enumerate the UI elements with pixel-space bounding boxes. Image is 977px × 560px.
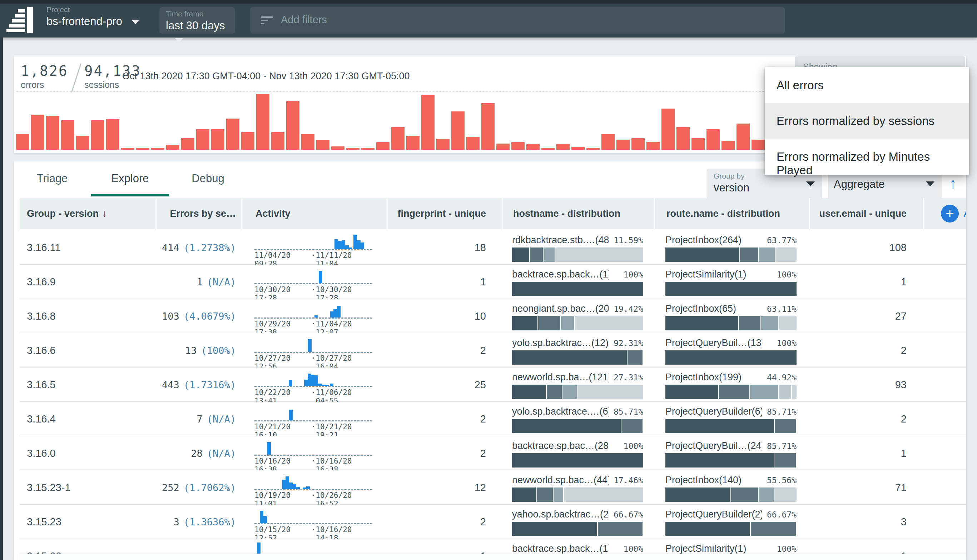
histogram-bar[interactable] [271, 132, 284, 150]
menu-item-all-errors[interactable]: All errors [765, 67, 969, 103]
histogram-bar[interactable] [316, 140, 329, 150]
distribution-label: ProjectInbox(140) [665, 475, 742, 486]
histogram-bar[interactable] [76, 136, 89, 150]
column-header-add[interactable]: + Ad [923, 198, 966, 229]
column-header-errors[interactable]: Errors by se… [155, 198, 241, 229]
column-header-hostname[interactable]: hostname - distribution [502, 198, 654, 229]
histogram-bar[interactable] [436, 139, 449, 150]
distribution-bar [512, 248, 643, 262]
backtrace-logo-icon[interactable] [12, 7, 33, 33]
histogram-bar[interactable] [301, 134, 314, 150]
histogram-bar[interactable] [737, 123, 750, 150]
histogram-bar[interactable] [46, 116, 59, 150]
histogram-bar[interactable] [346, 148, 359, 150]
table-row[interactable]: 3.16.47(N/A)10/21/20 16:10·10/21/20 19:2… [20, 402, 966, 436]
histogram-bar[interactable] [541, 148, 554, 150]
table-row[interactable]: 3.15.233(1.3636%)10/15/20 12:52·10/16/20… [20, 505, 966, 539]
activity-cell: 10/29/20 17:38·11/04/20 12:07 [241, 299, 387, 333]
horizontal-scrollbar[interactable] [20, 553, 966, 560]
histogram-bar[interactable] [166, 145, 179, 150]
column-header-activity[interactable]: Activity [241, 198, 387, 229]
histogram-bar[interactable] [631, 138, 645, 150]
menu-item-errors-normalized-sessions[interactable]: Errors normalized by sessions [765, 103, 969, 138]
histogram-bar[interactable] [706, 129, 720, 150]
histogram-bar[interactable] [121, 148, 134, 150]
table-row[interactable]: 3.16.11414(1.2738%)11/04/20 09:28·11/11/… [20, 230, 966, 265]
histogram-bar[interactable] [226, 118, 239, 150]
histogram-bar[interactable] [106, 119, 119, 150]
histogram-bar[interactable] [571, 147, 585, 150]
table-row[interactable]: 3.16.028(N/A)10/16/20 16:38·10/16/20 16:… [20, 436, 966, 470]
column-header-group-version[interactable]: Group - version↓ [20, 198, 155, 229]
distribution-bar [665, 282, 797, 296]
add-filters-input[interactable]: Add filters [250, 7, 785, 33]
histogram-bar[interactable] [601, 134, 615, 150]
add-column-plus-icon[interactable]: + [941, 205, 959, 222]
histogram-bar[interactable] [616, 140, 630, 150]
histogram-bar[interactable] [31, 115, 44, 150]
table-row[interactable]: 3.16.613(100%)10/27/20 12:56·10/27/20 16… [20, 333, 966, 368]
histogram-bar[interactable] [752, 140, 765, 150]
distribution-label: ProjectInbox(199) [665, 372, 742, 383]
table-row[interactable]: 3.16.5443(1.7316%)10/22/20 13:41·11/06/2… [20, 368, 966, 402]
user-email-value: 1 [809, 265, 923, 299]
distribution-label: ProjectSimilarity(1) [665, 269, 747, 280]
menu-item-errors-normalized-minutes[interactable]: Errors normalized by Minutes Played [765, 138, 969, 174]
route-distribution-cell: ProjectInbox(264)63.77% [654, 230, 809, 265]
distribution-label: yolo.sp.backtrac…(12) [512, 338, 609, 348]
histogram-bar[interactable] [181, 138, 194, 150]
errors-percent: (N/A) [207, 413, 236, 425]
distribution: ProjectQueryBuil…(13)100% [665, 333, 797, 368]
sort-direction-icon[interactable]: ↑ [949, 175, 957, 192]
histogram-bar[interactable] [421, 95, 434, 150]
histogram-bar[interactable] [511, 142, 524, 150]
histogram-bar[interactable] [16, 134, 29, 150]
histogram-bar[interactable] [211, 129, 224, 150]
histogram-bar[interactable] [196, 129, 209, 150]
histogram-bar[interactable] [61, 120, 74, 150]
histogram-bar[interactable] [586, 148, 600, 150]
tab-debug[interactable]: Debug [169, 172, 247, 185]
histogram-bar[interactable] [676, 127, 690, 150]
distribution: newworld.sp.bac…(44)17.46% [512, 470, 643, 505]
histogram-bar[interactable] [481, 103, 494, 150]
histogram-bar[interactable] [721, 141, 735, 150]
distribution-head: ProjectQueryBuil…(13)100% [665, 338, 797, 348]
distribution-segment [761, 316, 779, 330]
histogram-bar[interactable] [241, 132, 254, 150]
histogram-bar[interactable] [391, 127, 404, 150]
table-row[interactable]: 3.16.8103(4.0679%)10/29/20 17:38·11/04/2… [20, 299, 966, 333]
distribution-segment [665, 488, 731, 502]
histogram-bar[interactable] [256, 94, 269, 150]
histogram-bar[interactable] [691, 138, 705, 150]
sparkline-bar [337, 306, 341, 318]
tab-triage[interactable]: Triage [13, 172, 91, 185]
histogram-bar[interactable] [91, 120, 104, 150]
histogram-bar[interactable] [136, 148, 149, 150]
histogram-bar[interactable] [661, 108, 675, 150]
table-row[interactable]: 3.16.91(N/A)10/30/20 17:28·10/30/20 17:2… [20, 265, 966, 299]
histogram-bar[interactable] [376, 142, 389, 150]
histogram-bar[interactable] [151, 148, 164, 150]
timeframe-selector[interactable]: Time frame last 30 days [159, 7, 235, 33]
histogram-bar[interactable] [526, 144, 539, 150]
histogram-bar[interactable] [286, 101, 299, 150]
group-by-label: Group by [714, 172, 744, 181]
histogram-bar[interactable] [496, 143, 509, 150]
user-email-cell: 71 [809, 470, 923, 505]
timeframe-label: Time frame [166, 9, 235, 18]
histogram-bar[interactable] [331, 147, 344, 150]
column-header-user-email[interactable]: user.email - unique [809, 198, 923, 229]
table-row[interactable]: 3.15.23-1252(1.7062%)10/19/20 11:01·10/2… [20, 470, 966, 505]
histogram-bar[interactable] [646, 142, 660, 150]
histogram-bar[interactable] [406, 136, 419, 150]
histogram-bar[interactable] [556, 144, 569, 150]
histogram-bar[interactable] [361, 148, 374, 150]
tab-explore[interactable]: Explore [91, 172, 169, 185]
column-header-fingerprint[interactable]: fingerprint - unique [387, 198, 502, 229]
histogram-bar[interactable] [466, 137, 479, 150]
project-selector[interactable]: Project bs-frontend-pro [47, 5, 139, 28]
distribution-bar [665, 453, 797, 468]
histogram-bar[interactable] [451, 112, 464, 150]
column-header-route-name[interactable]: route.name - distribution [654, 198, 809, 229]
